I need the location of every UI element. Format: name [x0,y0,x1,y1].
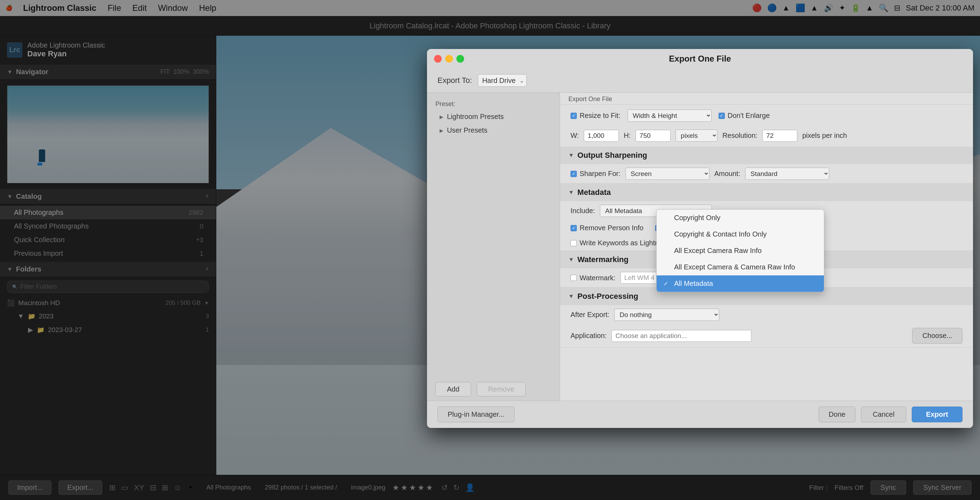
application-input[interactable] [611,330,751,342]
post-processing-arrow-icon: ▼ [568,293,574,300]
metadata-header[interactable]: ▼ Metadata [560,184,973,201]
unit-select-wrapper: pixels [676,129,718,142]
dropdown-item-copyright-only[interactable]: Copyright Only [657,210,824,226]
amount-label: Amount: [714,170,740,178]
watermark-label: Watermark: [580,274,616,282]
watermark-checkbox-label[interactable]: Watermark: [571,274,616,282]
cancel-button[interactable]: Cancel [861,406,906,422]
remove-person-label[interactable]: ✓ Remove Person Info [571,224,643,232]
presets-panel: Preset: ▶ Lightroom Presets ▶ User Prese… [427,93,560,401]
sharpen-for-select-wrapper: Screen [625,168,710,180]
dropdown-check-4: ✓ [663,280,671,287]
resize-checkbox-label[interactable]: ✓ Resize to Fit: [571,112,620,120]
amount-select-wrapper: Standard [745,168,829,180]
add-preset-button[interactable]: Add [435,382,471,397]
resolution-input[interactable] [762,130,797,142]
write-keywords-checkbox[interactable] [571,240,577,246]
w-label: W: [571,132,579,140]
resolution-label: Resolution: [722,132,757,140]
export-one-file-label: Export One File [560,93,973,105]
dropdown-item-except-camera-raw[interactable]: All Except Camera & Camera Raw Info [657,259,824,275]
dialog-title: Export One File [434,54,966,63]
close-button[interactable] [434,55,442,63]
user-presets-label: User Presets [447,126,488,134]
after-export-select-wrapper: Do nothing [614,309,719,321]
h-label: H: [624,132,631,140]
after-export-select[interactable]: Do nothing [614,309,719,321]
choose-application-button[interactable]: Choose... [912,328,963,344]
width-input[interactable] [584,130,619,142]
dropdown-item-all-metadata[interactable]: ✓ All Metadata [657,275,824,292]
maximize-button[interactable] [457,55,464,63]
resize-type-select[interactable]: Width & Height [628,110,711,122]
dropdown-label-3: All Except Camera & Camera Raw Info [674,263,795,271]
user-presets-arrow-icon: ▶ [440,128,444,133]
resize-row: ✓ Resize to Fit: Width & Height ✓ Don't … [560,105,973,127]
output-sharpening-section: ▼ Output Sharpening ✓ Sharpen For: Scree… [560,147,973,184]
resize-label: Resize to Fit: [580,112,620,120]
dialog-titlebar: Export One File [427,49,973,68]
include-label: Include: [571,207,595,215]
traffic-lights [434,55,464,63]
sharpen-checkbox[interactable]: ✓ [571,171,577,177]
watermarking-arrow-icon: ▼ [568,257,574,263]
minimize-button[interactable] [445,55,453,63]
remove-preset-button: Remove [477,382,526,397]
dont-enlarge-label[interactable]: ✓ Don't Enlarge [719,112,770,120]
dropdown-label-0: Copyright Only [674,214,720,222]
dropdown-label-2: All Except Camera Raw Info [674,247,762,255]
unit-select[interactable]: pixels [676,129,718,142]
export-button-dialog[interactable]: Export [912,406,963,422]
resize-checkbox[interactable]: ✓ [571,113,577,119]
export-to-select-wrapper: Hard Drive ⌄ [478,74,527,87]
dimensions-row: W: H: pixels Resolution: pixels per inch [560,127,973,147]
lightroom-presets-arrow-icon: ▶ [440,114,444,120]
sharpen-for-text: Sharpen For: [580,170,620,178]
sharpening-arrow-icon: ▼ [568,152,574,159]
export-to-label: Export To: [438,76,472,85]
output-sharpening-header[interactable]: ▼ Output Sharpening [560,147,973,164]
application-label: Application: [571,332,606,340]
metadata-title: Metadata [578,188,611,197]
application-row: Application: Choose... [560,324,973,347]
dropdown-item-copyright-contact[interactable]: Copyright & Contact Info Only [657,226,824,243]
export-to-select[interactable]: Hard Drive [478,74,527,87]
plugin-manager-button[interactable]: Plug-in Manager... [438,406,514,422]
metadata-arrow-icon: ▼ [568,189,574,195]
user-presets-item[interactable]: ▶ User Presets [427,124,560,137]
remove-person-checkbox[interactable]: ✓ [571,225,577,231]
dropdown-item-except-raw[interactable]: All Except Camera Raw Info [657,243,824,259]
dialog-footer: Plug-in Manager... Done Cancel Export [427,401,973,428]
height-input[interactable] [636,130,671,142]
dropdown-label-1: Copyright & Contact Info Only [674,230,767,238]
dont-enlarge-text: Don't Enlarge [728,112,770,120]
lightroom-presets-item[interactable]: ▶ Lightroom Presets [427,110,560,124]
watermark-checkbox[interactable] [571,275,577,281]
watermarking-title: Watermarking [578,255,628,264]
add-remove-row: Add Remove [427,379,559,400]
after-export-row: After Export: Do nothing [560,305,973,324]
resolution-unit-label: pixels per inch [802,132,847,140]
post-processing-section: ▼ Post-Processing After Export: Do nothi… [560,287,973,348]
dropdown-label-4: All Metadata [674,279,713,287]
amount-select[interactable]: Standard [745,168,829,180]
sharpen-checkbox-label[interactable]: ✓ Sharpen For: [571,170,620,178]
post-processing-title: Post-Processing [578,292,638,301]
sharpening-title: Output Sharpening [578,151,647,160]
done-button[interactable]: Done [819,406,856,422]
remove-person-text: Remove Person Info [580,224,643,232]
sharpen-for-select[interactable]: Screen [625,168,710,180]
dont-enlarge-checkbox[interactable]: ✓ [719,113,725,119]
sharpen-for-row: ✓ Sharpen For: Screen Amount: Standard [560,164,973,183]
lightroom-presets-label: Lightroom Presets [447,113,504,121]
metadata-dropdown-menu: Copyright Only Copyright & Contact Info … [656,209,824,292]
resize-type-select-wrapper: Width & Height [628,110,711,122]
after-export-label: After Export: [571,311,609,319]
preset-section-label: Preset: [427,98,560,110]
